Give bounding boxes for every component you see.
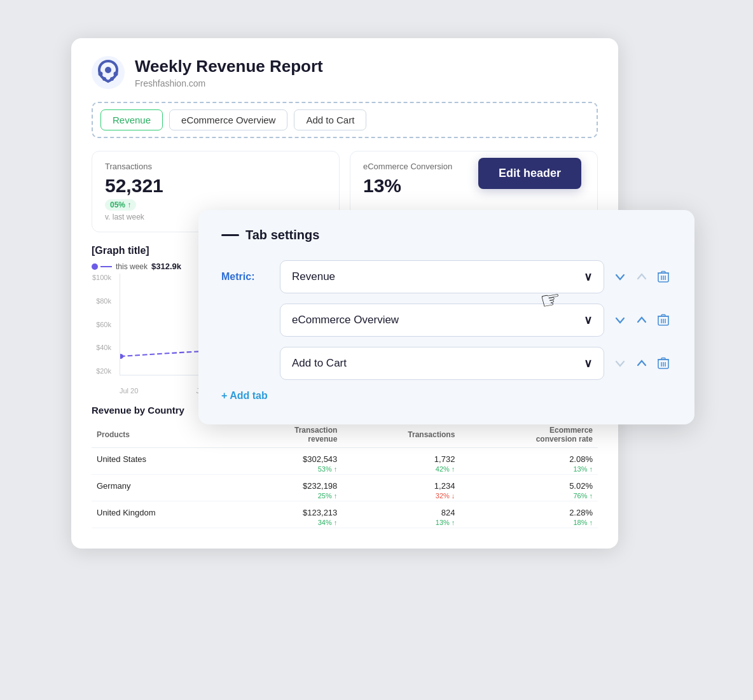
stat-badge-transactions: 05% ↑ [105, 199, 136, 211]
report-title-block: Weekly Revenue Report Freshfashion.com [135, 57, 323, 88]
panel-title-text: Tab settings [245, 228, 319, 242]
svg-point-2 [99, 72, 103, 76]
col-header-products: Products [92, 422, 233, 448]
add-tab-button[interactable]: + Add tab [221, 390, 268, 402]
chart-yaxis: $100k $80k $60k $40k $20k [92, 274, 115, 375]
chevron-down-icon: ∨ [584, 356, 592, 370]
cell-transactions: 82413% ↑ [342, 501, 460, 528]
report-subtitle: Freshfashion.com [135, 78, 323, 88]
cell-product: Germany [92, 475, 233, 501]
legend-dot-icon [92, 263, 98, 270]
cell-revenue: $232,19825% ↑ [233, 475, 342, 501]
chevron-up-row2-button[interactable] [633, 312, 650, 328]
col-header-conversion: Ecommerceconversion rate [460, 422, 598, 448]
edit-header-button[interactable]: Edit header [478, 158, 581, 189]
panel-title: Tab settings [221, 228, 672, 242]
delete-row1-button[interactable] [655, 268, 672, 286]
cell-revenue: $302,54353% ↑ [233, 448, 342, 475]
row-actions-3 [612, 354, 672, 372]
cell-conversion: 5.02%76% ↑ [460, 475, 598, 501]
chevron-down-row2-button[interactable] [612, 312, 628, 328]
table-row: Germany $232,19825% ↑ 1,23432% ↓ 5.02%76… [92, 475, 598, 501]
chevron-up-row1-button[interactable] [633, 269, 650, 285]
chevron-down-row3-button[interactable] [612, 355, 628, 372]
svg-point-5 [110, 77, 114, 81]
metric-row-3: Metric: Add to Cart ∨ [221, 347, 672, 380]
chevron-down-icon: ∨ [584, 313, 592, 327]
stat-label-transactions: Transactions [105, 162, 326, 171]
row-actions-1 [612, 268, 672, 286]
delete-row3-button[interactable] [655, 354, 672, 372]
svg-point-1 [105, 67, 111, 73]
cell-transactions: 1,23432% ↓ [342, 475, 460, 501]
col-header-revenue: Transactionrevenue [233, 422, 342, 448]
cell-conversion: 2.28%18% ↑ [460, 501, 598, 528]
tab-add-to-cart[interactable]: Add to Cart [294, 109, 366, 130]
dropdown-value-revenue: Revenue [292, 270, 335, 283]
metric-dropdown-ecommerce[interactable]: eCommerce Overview ∨ [280, 304, 604, 337]
legend-value: $312.9k [151, 262, 181, 271]
cell-product: United Kingdom [92, 501, 233, 528]
svg-point-6 [120, 354, 123, 359]
panel-title-dash-icon [221, 234, 239, 236]
report-title: Weekly Revenue Report [135, 57, 323, 76]
col-header-transactions: Transactions [342, 422, 460, 448]
metric-row-1: Metric: Revenue ∨ [221, 260, 672, 293]
chevron-down-row1-button[interactable] [612, 269, 628, 285]
metric-dropdown-addtocart[interactable]: Add to Cart ∨ [280, 347, 604, 380]
tab-settings-panel: Tab settings Metric: Revenue ∨ [198, 210, 694, 424]
cell-revenue: $123,21334% ↑ [233, 501, 342, 528]
chevron-down-icon: ∨ [584, 270, 592, 284]
metric-dropdown-revenue[interactable]: Revenue ∨ [280, 260, 604, 293]
report-header: Weekly Revenue Report Freshfashion.com [92, 56, 598, 89]
freshfashion-logo-icon [92, 56, 125, 89]
dropdown-value-ecommerce: eCommerce Overview [292, 314, 399, 326]
data-table: Products Transactionrevenue Transactions… [92, 422, 598, 528]
dropdown-value-addtocart: Add to Cart [292, 357, 347, 370]
cell-conversion: 2.08%13% ↑ [460, 448, 598, 475]
legend-line-icon [100, 266, 112, 267]
svg-point-3 [114, 72, 118, 76]
tabs-bar: Revenue eCommerce Overview Add to Cart [92, 102, 598, 138]
stat-value-transactions: 52,321 [105, 175, 326, 197]
metric-label: Metric: [221, 271, 272, 283]
svg-point-4 [102, 77, 106, 81]
tab-ecommerce-overview[interactable]: eCommerce Overview [169, 109, 287, 130]
cell-transactions: 1,73242% ↑ [342, 448, 460, 475]
cell-product: United States [92, 448, 233, 475]
chevron-up-row3-button[interactable] [633, 355, 650, 372]
tab-revenue[interactable]: Revenue [100, 109, 163, 130]
row-actions-2 [612, 311, 672, 329]
delete-row2-button[interactable] [655, 311, 672, 329]
table-row: United Kingdom $123,21334% ↑ 82413% ↑ 2.… [92, 501, 598, 528]
legend-label: this week [116, 262, 148, 271]
metric-row-2: Metric: eCommerce Overview ∨ [221, 304, 672, 337]
table-row: United States $302,54353% ↑ 1,73242% ↑ 2… [92, 448, 598, 475]
